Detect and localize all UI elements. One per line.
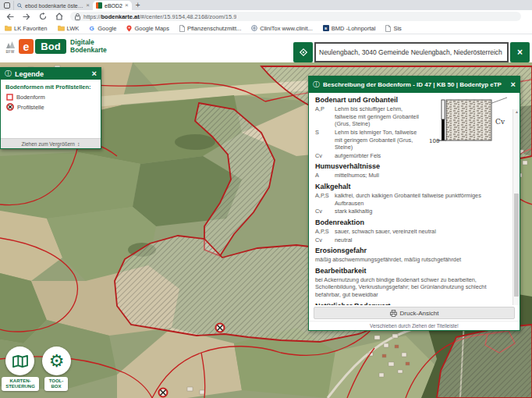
description-header-dragbar[interactable]: ⓘ Beschreibung der Bodenform - ID 47 | K… [309,76,520,93]
google-icon: G [89,25,95,31]
horizon-code: S [315,129,335,151]
back-icon[interactable] [4,12,16,21]
printer-icon [390,310,397,317]
lock-icon [75,13,80,20]
bookmark-lk-favoriten[interactable]: LK Favoriten [5,25,48,32]
print-view-button[interactable]: Druck-Ansicht [314,307,515,319]
section-heading: Erosionsgefahr [315,247,509,254]
legend-close-icon[interactable]: × [92,69,97,78]
locate-button[interactable] [293,42,313,62]
bfw-logo: BFW [5,40,16,54]
horizon-code: A,P,S [315,228,335,236]
legend-resize-handle[interactable]: Ziehen zum Vergrößern ↕ [1,138,101,148]
profile-marker[interactable] [159,389,168,397]
tab-title: eBOD2 [105,3,122,9]
bodenform-square-icon [6,94,13,101]
depth-label: 100 [429,138,439,144]
bookmark-lwk[interactable]: LWK [58,25,80,32]
section-heading: Humusverhältnisse [315,162,509,170]
info-icon: ⓘ [5,70,12,77]
section-entry: A,PLehm bis schluffiger Lehm, fallweise … [315,105,426,128]
scroll-up-icon[interactable]: ▴ [513,109,520,115]
scrollbar-thumb[interactable] [514,194,519,297]
section-entry: A,P,Skalkfrei, durch kalkigen Grobanteil… [315,192,509,207]
legend-panel: ⓘ Legende × Bodenformen mit Profilstelle… [0,67,101,149]
browser-nav-bar: https://bodenkarte.at/#/center/15.9154,4… [0,10,532,23]
tool-box-label: TOOL-BOX [44,377,68,391]
section-entry: bei Ackernutzung durch bindige Bodenart … [315,276,509,299]
soil-profile-figure: 100 Cv [429,96,509,147]
entry-text: mäßig abschwemmungsgefährdet, mäßig ruts… [315,256,461,263]
refresh-icon[interactable] [37,12,49,21]
address-bar[interactable]: https://bodenkarte.at/#/center/15.9154,4… [70,12,521,21]
horizon-code: Cv [315,208,335,215]
gear-icon: ⚙ [49,353,65,370]
horizon-code: A [315,172,335,179]
tab-close-icon[interactable]: × [125,2,129,9]
entry-text: aufgemürbter Fels [335,152,381,160]
entry-text: stark kalkhaltig [335,208,372,215]
panel-scrollbar[interactable]: ▴ ▾ [512,109,520,305]
tab-close-icon[interactable]: × [86,2,90,9]
tab-ebod2[interactable]: eBOD2 × [93,1,132,10]
search-input[interactable] [314,42,509,62]
entry-text: Lehm bis lehmiger Ton, fallweise mit ger… [335,129,426,151]
horizon-code: Cv [315,236,335,244]
bookmark-clinitox[interactable]: CliniTox www.clinit... [251,25,313,32]
map-icon [12,354,29,368]
section-heading: Bearbeitbarkeit [315,267,509,275]
forward-icon[interactable] [20,12,33,21]
legend-header[interactable]: ⓘ Legende × [1,68,101,80]
search-icon [17,3,23,9]
section-entry: Cvaufgemürbter Fels [315,152,509,160]
entry-text: mittelhumos; Mull [335,172,379,179]
button-row: Druck-Ansicht [309,305,520,321]
logo-e-box: e [19,39,34,54]
entry-text: sauer, schwach sauer, vereinzelt neutral [335,228,436,236]
page-icon [179,25,185,32]
profilstelle-circle-x-icon [6,103,14,111]
url-text: https://bodenkarte.at/#/center/15.9154,4… [83,13,236,20]
description-close-icon[interactable]: × [511,80,516,89]
search-group: × [293,42,530,62]
folder-icon [58,25,65,31]
entry-text: kalkfrei, durch kalkigen Grobanteil fall… [335,192,509,207]
ebod-logo[interactable]: BFW e Bod DigitaleBodenkarte [5,39,107,54]
app-window: ebod bodenkarte österreich - Su × eBOD2 … [0,0,532,398]
new-tab-button[interactable]: + [136,2,140,9]
drag-hint: Verschieben durch Ziehen der Titelleiste… [309,321,520,330]
page-icon [385,25,391,32]
section-entry: Cvneutral [315,236,509,244]
section-entry: A,P,Ssauer, schwach sauer, vereinzelt ne… [315,228,509,236]
home-icon[interactable] [53,12,66,21]
info-icon: ⓘ [313,81,320,88]
legend-item-profilstelle: Profilstelle [5,103,96,111]
tab-title: ebod bodenkarte österreich - Su [25,3,83,9]
description-title: Beschreibung der Bodenform - ID 47 | KB … [323,81,511,88]
locate-diamond-icon [299,48,308,57]
resize-arrows-icon: ↕ [77,141,80,147]
karten-steuerung-button[interactable] [5,346,34,375]
profile-marker[interactable] [216,324,225,332]
map-pin-icon [126,25,132,32]
site-header: BFW e Bod DigitaleBodenkarte × [0,34,532,62]
tab-ebod-search[interactable]: ebod bodenkarte österreich - Su × [13,1,93,10]
horizon-code: Cv [315,152,335,160]
tool-box-button[interactable]: ⚙ [42,346,71,375]
svg-text:G: G [90,25,94,31]
legend-title: Legende [15,70,92,78]
bookmark-sis[interactable]: Sis [385,25,401,32]
search-clear-button[interactable]: × [510,42,530,62]
section-entry: Cvstark kalkhaltig [315,208,509,215]
tab-list-icon[interactable] [2,1,12,9]
bookmark-google-maps[interactable]: Google Maps [126,25,169,32]
bookmark-google[interactable]: G Google [89,25,116,32]
ebod-favicon [96,2,102,9]
bookmark-pflanzenschutz[interactable]: Pflanzenschutzmitt... [179,25,241,32]
karten-steuerung-label: KARTEN-STEUERUNG [2,377,39,391]
section-entry: mäßig abschwemmungsgefährdet, mäßig ruts… [315,256,509,264]
section-entry: SLehm bis lehmiger Ton, fallweise mit ge… [315,129,426,151]
legend-body: Bodenformen mit Profilstellen: Bodenform… [1,80,101,138]
bookmark-bmd[interactable]: B BMD -Lohnportal [323,25,376,32]
entry-text: Lehm bis schluffiger Lehm, fallweise mit… [335,105,426,128]
